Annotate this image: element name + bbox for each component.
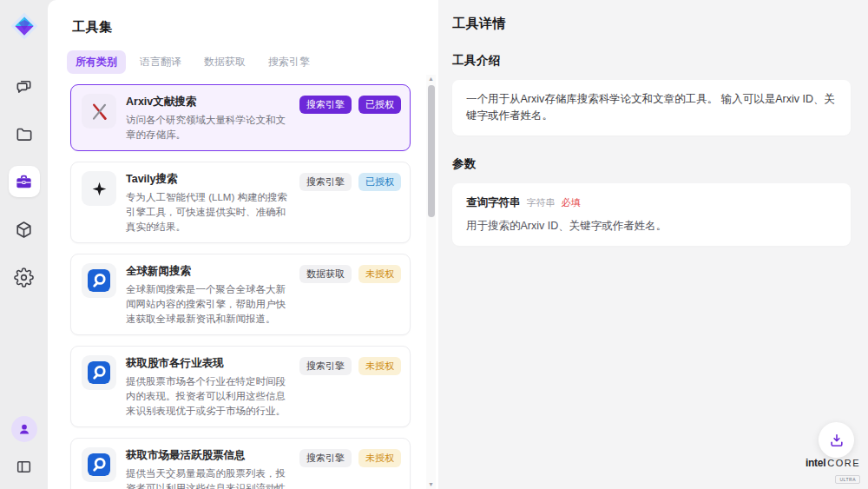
user-avatar[interactable] — [11, 416, 37, 442]
tool-list: Arxiv文献搜索 访问各个研究领域大量科学论文和文章的存储库。 搜索引擎 已授… — [48, 83, 438, 489]
tool-name: Tavily搜索 — [126, 172, 290, 187]
params-heading: 参数 — [452, 156, 851, 172]
category-tabs: 所有类别 语言翻译 数据获取 搜索引擎 — [67, 50, 419, 74]
tool-card-stock-sectors[interactable]: 获取股市各行业表现 提供股票市场各个行业在特定时间段内的表现。投资者可以利用这些… — [70, 346, 411, 427]
brand-intel-text: intel — [806, 457, 825, 469]
sidebar-bottom — [11, 416, 37, 479]
q-search-icon — [82, 263, 116, 298]
tool-description: 访问各个研究领域大量科学论文和文章的存储库。 — [126, 113, 290, 142]
parameter-description: 用于搜索的Arxiv ID、关键字或作者姓名。 — [466, 218, 837, 235]
download-icon — [828, 432, 845, 449]
user-icon — [16, 420, 33, 438]
brand-core-text: core — [827, 458, 860, 468]
gear-icon — [14, 268, 34, 287]
brand-badge: ultra — [835, 475, 860, 484]
q-search-icon — [82, 355, 116, 390]
parameter-type: 字符串 — [527, 195, 556, 210]
download-button[interactable] — [819, 422, 854, 458]
category-badge: 搜索引擎 — [299, 96, 352, 114]
tab-search-engine[interactable]: 搜索引擎 — [260, 50, 319, 74]
tool-description: 提供股票市场各个行业在特定时间段内的表现。投资者可以利用这些信息来识别表现优于或… — [126, 374, 290, 418]
toolbox-icon — [14, 172, 34, 192]
tool-description: 提供当天交易量最高的股票列表，投资者可以利用这些信息来识别流动性强的股票和潜在的… — [126, 466, 290, 489]
tool-name: 获取股市各行业表现 — [126, 356, 290, 371]
tool-card-active-stocks[interactable]: 获取市场最活跃股票信息 提供当天交易量最高的股票列表，投资者可以利用这些信息来识… — [70, 438, 411, 489]
intro-text: 一个用于从Arxiv存储库搜索科学论文和文章的工具。 输入可以是Arxiv ID… — [466, 93, 835, 122]
panel-layout-icon — [15, 458, 33, 476]
tool-card-tavily[interactable]: Tavily搜索 专为人工智能代理 (LLM) 构建的搜索引擎工具，可快速提供实… — [70, 162, 411, 243]
scrollbar-down-arrow[interactable]: ▼ — [428, 480, 434, 489]
tool-name: 获取市场最活跃股票信息 — [126, 448, 290, 463]
intro-card: 一个用于从Arxiv存储库搜索科学论文和文章的工具。 输入可以是Arxiv ID… — [452, 80, 851, 135]
tool-details-panel: 工具详情 工具介绍 一个用于从Arxiv存储库搜索科学论文和文章的工具。 输入可… — [438, 0, 868, 489]
toolset-header: 工具集 — [48, 0, 438, 36]
details-title: 工具详情 — [452, 16, 851, 32]
tool-card-arxiv[interactable]: Arxiv文献搜索 访问各个研究领域大量科学论文和文章的存储库。 搜索引擎 已授… — [70, 84, 411, 151]
status-badge: 已授权 — [358, 96, 401, 114]
panel-toggle-button[interactable] — [12, 454, 36, 479]
status-badge: 已授权 — [358, 173, 401, 191]
intro-heading: 工具介绍 — [452, 53, 851, 69]
sidebar-item-models[interactable] — [9, 214, 40, 245]
arxiv-icon — [82, 94, 116, 129]
parameter-name: 查询字符串 — [466, 195, 521, 211]
intel-core-logo: intel core ultra — [806, 457, 860, 485]
app-window: 工具集 所有类别 语言翻译 数据获取 搜索引擎 Arxiv文献搜索 — [0, 0, 868, 489]
scrollbar-up-arrow[interactable]: ▲ — [428, 75, 434, 83]
sidebar-item-files[interactable] — [9, 118, 40, 149]
cube-icon — [14, 220, 34, 240]
tool-card-global-news[interactable]: 全球新闻搜索 全球新闻搜索是一个聚合全球各大新闻网站内容的搜索引擎，帮助用户快速… — [70, 254, 411, 335]
tool-name: 全球新闻搜索 — [126, 264, 290, 279]
icon-sidebar — [0, 0, 48, 489]
star-icon — [82, 171, 116, 206]
scrollbar-thumb[interactable] — [428, 85, 435, 217]
tool-name: Arxiv文献搜索 — [126, 95, 290, 109]
tool-description: 全球新闻搜索是一个聚合全球各大新闻网站内容的搜索引擎，帮助用户快速获取全球最新资… — [126, 282, 290, 326]
chat-icon — [14, 76, 34, 96]
tab-language-translation[interactable]: 语言翻译 — [131, 50, 190, 74]
sidebar-item-settings[interactable] — [9, 261, 40, 293]
parameter-required-flag: 必填 — [562, 195, 581, 210]
parameter-card: 查询字符串 字符串 必填 用于搜索的Arxiv ID、关键字或作者姓名。 — [452, 183, 851, 247]
status-badge: 未授权 — [358, 449, 401, 467]
status-badge: 未授权 — [358, 265, 401, 283]
sidebar-item-tools[interactable] — [9, 166, 40, 197]
sidebar-nav — [9, 70, 40, 293]
category-badge: 搜索引擎 — [299, 357, 352, 375]
page-title: 工具集 — [72, 19, 414, 36]
category-badge: 数据获取 — [299, 265, 352, 283]
folder-icon — [14, 124, 34, 144]
tab-data-fetching[interactable]: 数据获取 — [195, 50, 254, 74]
q-search-icon — [82, 447, 116, 482]
app-logo-icon — [10, 11, 39, 41]
toolset-panel: 工具集 所有类别 语言翻译 数据获取 搜索引擎 Arxiv文献搜索 — [48, 0, 438, 489]
list-scrollbar[interactable]: ▲ ▼ — [426, 75, 436, 489]
category-badge: 搜索引擎 — [299, 449, 352, 467]
tool-description: 专为人工智能代理 (LLM) 构建的搜索引擎工具，可快速提供实时、准确和真实的结… — [126, 190, 290, 234]
tab-all-categories[interactable]: 所有类别 — [67, 50, 126, 74]
category-badge: 搜索引擎 — [299, 173, 352, 191]
status-badge: 未授权 — [358, 357, 401, 375]
sidebar-item-chat[interactable] — [9, 70, 40, 102]
